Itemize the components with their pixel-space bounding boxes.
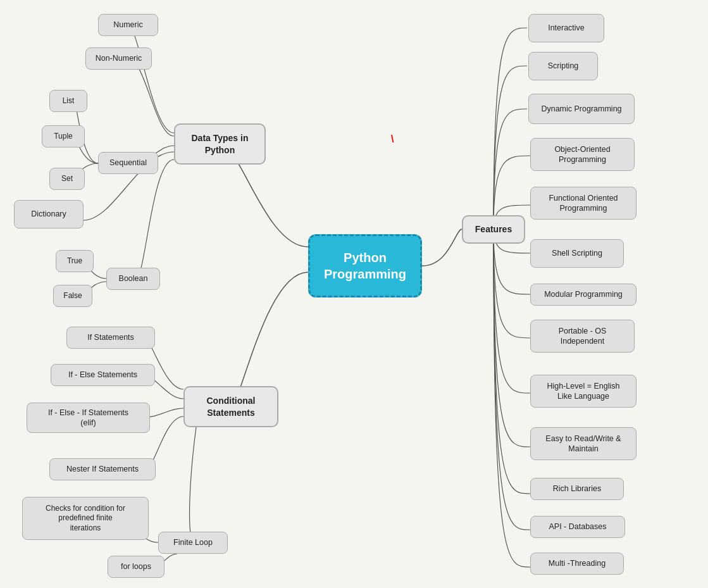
center-node[interactable]: Python Programming — [308, 234, 422, 297]
checks-cond-node[interactable]: Checks for condition forpredefined finit… — [22, 497, 149, 540]
functional-node[interactable]: Functional OrientedProgramming — [530, 187, 637, 220]
scripting-node[interactable]: Scripting — [528, 52, 598, 80]
features-label: Features — [475, 223, 512, 235]
dynamic-prog-node[interactable]: Dynamic Programming — [528, 94, 635, 124]
if-else-node[interactable]: If - Else Statements — [51, 364, 155, 386]
multi-thread-node[interactable]: Multi -Threading — [530, 553, 624, 575]
portable-os-node[interactable]: Portable - OSIndependent — [530, 320, 635, 353]
modular-prog-node[interactable]: Modular Programming — [530, 284, 637, 306]
boolean-node[interactable]: Boolean — [106, 268, 160, 290]
shell-scripting-node[interactable]: Shell Scripting — [530, 239, 624, 268]
if-stmt-node[interactable]: If Statements — [66, 327, 155, 349]
set-node[interactable]: Set — [49, 168, 85, 190]
nester-if-node[interactable]: Nester If Statements — [49, 458, 156, 480]
elif-node[interactable]: If - Else - If Statements(elif) — [27, 403, 150, 433]
features-node[interactable]: Features — [462, 215, 525, 244]
interactive-node[interactable]: Interactive — [528, 14, 604, 42]
finite-loop-node[interactable]: Finite Loop — [158, 532, 228, 554]
oop-node[interactable]: Object-OrientedProgramming — [530, 138, 635, 171]
tuple-node[interactable]: Tuple — [42, 125, 85, 147]
center-label: Python Programming — [310, 249, 420, 282]
conditional-label: ConditionalStatements — [207, 395, 256, 418]
sequential-node[interactable]: Sequential — [98, 152, 158, 174]
rich-lib-node[interactable]: Rich Libraries — [530, 478, 624, 500]
true-node[interactable]: True — [56, 250, 94, 272]
list-node[interactable]: List — [49, 90, 87, 112]
high-level-node[interactable]: High-Level = EnglishLike Language — [530, 375, 637, 408]
api-db-node[interactable]: API - Databases — [530, 516, 625, 538]
non-numeric-node[interactable]: Non-Numeric — [85, 47, 152, 70]
data-types-node[interactable]: Data Types inPython — [174, 123, 266, 165]
for-loops-node[interactable]: for loops — [108, 556, 165, 578]
dictionary-node[interactable]: Dictionary — [14, 200, 84, 228]
data-types-label: Data Types inPython — [192, 132, 249, 155]
svg-text:\: \ — [391, 134, 394, 144]
easy-rw-node[interactable]: Easy to Read/Write &Maintain — [530, 427, 637, 460]
conditional-node[interactable]: ConditionalStatements — [183, 386, 278, 427]
false-node[interactable]: False — [53, 285, 92, 307]
numeric-node[interactable]: Numeric — [98, 14, 158, 36]
